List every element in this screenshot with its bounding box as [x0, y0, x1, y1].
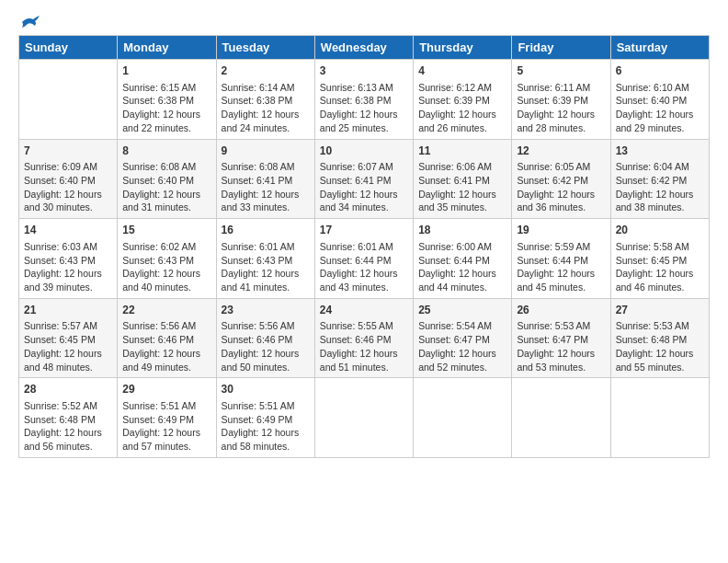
- day-info: Sunrise: 5:55 AM Sunset: 6:46 PM Dayligh…: [320, 319, 408, 373]
- calendar-cell: 21Sunrise: 5:57 AM Sunset: 6:45 PM Dayli…: [19, 298, 118, 378]
- day-info: Sunrise: 6:06 AM Sunset: 6:41 PM Dayligh…: [418, 160, 506, 214]
- day-info: Sunrise: 5:56 AM Sunset: 6:46 PM Dayligh…: [222, 319, 310, 373]
- calendar-cell: 5Sunrise: 6:11 AM Sunset: 6:39 PM Daylig…: [512, 60, 610, 140]
- day-number: 30: [222, 382, 310, 397]
- day-number: 27: [616, 303, 704, 318]
- logo-bird-icon: [20, 15, 40, 29]
- day-header-friday: Friday: [512, 36, 610, 60]
- day-info: Sunrise: 6:02 AM Sunset: 6:43 PM Dayligh…: [122, 240, 210, 294]
- day-number: 8: [122, 144, 210, 159]
- calendar-cell: 2Sunrise: 6:14 AM Sunset: 6:38 PM Daylig…: [216, 60, 314, 140]
- calendar-week-row: 7Sunrise: 6:09 AM Sunset: 6:40 PM Daylig…: [19, 139, 710, 219]
- calendar-week-row: 28Sunrise: 5:52 AM Sunset: 6:48 PM Dayli…: [19, 378, 710, 458]
- day-number: 5: [517, 63, 605, 79]
- day-number: 28: [24, 382, 112, 397]
- day-info: Sunrise: 6:10 AM Sunset: 6:40 PM Dayligh…: [616, 81, 704, 135]
- calendar-cell: 11Sunrise: 6:06 AM Sunset: 6:41 PM Dayli…: [414, 139, 512, 219]
- calendar-cell: 18Sunrise: 6:00 AM Sunset: 6:44 PM Dayli…: [414, 219, 512, 299]
- page-container: SundayMondayTuesdayWednesdayThursdayFrid…: [0, 0, 728, 467]
- calendar-week-row: 14Sunrise: 6:03 AM Sunset: 6:43 PM Dayli…: [19, 219, 710, 299]
- day-number: 7: [24, 144, 112, 159]
- day-info: Sunrise: 5:52 AM Sunset: 6:48 PM Dayligh…: [24, 399, 112, 454]
- day-info: Sunrise: 6:04 AM Sunset: 6:42 PM Dayligh…: [616, 160, 704, 214]
- day-info: Sunrise: 5:53 AM Sunset: 6:48 PM Dayligh…: [616, 319, 704, 373]
- day-number: 19: [517, 223, 605, 238]
- day-header-wednesday: Wednesday: [314, 36, 413, 60]
- day-info: Sunrise: 6:01 AM Sunset: 6:43 PM Dayligh…: [222, 240, 310, 294]
- day-info: Sunrise: 5:51 AM Sunset: 6:49 PM Dayligh…: [222, 399, 310, 454]
- day-info: Sunrise: 6:13 AM Sunset: 6:38 PM Dayligh…: [320, 81, 408, 135]
- day-number: 11: [418, 144, 506, 159]
- calendar-cell: 4Sunrise: 6:12 AM Sunset: 6:39 PM Daylig…: [414, 60, 512, 140]
- day-header-saturday: Saturday: [610, 36, 709, 60]
- day-number: 13: [616, 144, 704, 159]
- day-info: Sunrise: 5:54 AM Sunset: 6:47 PM Dayligh…: [418, 319, 506, 373]
- day-info: Sunrise: 6:08 AM Sunset: 6:41 PM Dayligh…: [222, 160, 310, 214]
- day-info: Sunrise: 5:57 AM Sunset: 6:45 PM Dayligh…: [24, 319, 112, 373]
- calendar-cell: 8Sunrise: 6:08 AM Sunset: 6:40 PM Daylig…: [118, 139, 216, 219]
- calendar-cell: [610, 378, 709, 458]
- calendar-cell: 15Sunrise: 6:02 AM Sunset: 6:43 PM Dayli…: [118, 219, 216, 299]
- calendar-cell: 30Sunrise: 5:51 AM Sunset: 6:49 PM Dayli…: [216, 378, 314, 458]
- calendar-cell: 10Sunrise: 6:07 AM Sunset: 6:41 PM Dayli…: [314, 139, 413, 219]
- day-info: Sunrise: 6:03 AM Sunset: 6:43 PM Dayligh…: [24, 240, 112, 294]
- calendar-week-row: 1Sunrise: 6:15 AM Sunset: 6:38 PM Daylig…: [19, 60, 710, 140]
- calendar-cell: 27Sunrise: 5:53 AM Sunset: 6:48 PM Dayli…: [610, 298, 709, 378]
- calendar-cell: 23Sunrise: 5:56 AM Sunset: 6:46 PM Dayli…: [216, 298, 314, 378]
- calendar-cell: 20Sunrise: 5:58 AM Sunset: 6:45 PM Dayli…: [610, 219, 709, 299]
- day-number: 2: [222, 63, 310, 79]
- calendar-cell: 12Sunrise: 6:05 AM Sunset: 6:42 PM Dayli…: [512, 139, 610, 219]
- day-header-thursday: Thursday: [414, 36, 512, 60]
- day-number: 15: [122, 223, 210, 238]
- day-number: 9: [222, 144, 310, 159]
- day-number: 23: [222, 303, 310, 318]
- calendar-cell: 24Sunrise: 5:55 AM Sunset: 6:46 PM Dayli…: [314, 298, 413, 378]
- calendar-cell: 16Sunrise: 6:01 AM Sunset: 6:43 PM Dayli…: [216, 219, 314, 299]
- page-header: [18, 15, 710, 29]
- calendar-cell: 13Sunrise: 6:04 AM Sunset: 6:42 PM Dayli…: [610, 139, 709, 219]
- day-number: 14: [24, 223, 112, 238]
- day-number: 22: [122, 303, 210, 318]
- day-number: 25: [418, 303, 506, 318]
- day-number: 16: [222, 223, 310, 238]
- day-info: Sunrise: 6:12 AM Sunset: 6:39 PM Dayligh…: [418, 81, 506, 135]
- day-info: Sunrise: 5:53 AM Sunset: 6:47 PM Dayligh…: [517, 319, 605, 373]
- calendar-cell: 28Sunrise: 5:52 AM Sunset: 6:48 PM Dayli…: [19, 378, 118, 458]
- calendar-cell: 1Sunrise: 6:15 AM Sunset: 6:38 PM Daylig…: [118, 60, 216, 140]
- calendar-cell: 19Sunrise: 5:59 AM Sunset: 6:44 PM Dayli…: [512, 219, 610, 299]
- day-info: Sunrise: 6:01 AM Sunset: 6:44 PM Dayligh…: [320, 240, 408, 294]
- day-number: 1: [122, 63, 210, 79]
- day-number: 29: [122, 382, 210, 397]
- calendar-cell: 25Sunrise: 5:54 AM Sunset: 6:47 PM Dayli…: [414, 298, 512, 378]
- calendar-cell: 9Sunrise: 6:08 AM Sunset: 6:41 PM Daylig…: [216, 139, 314, 219]
- calendar-cell: [414, 378, 512, 458]
- calendar-cell: 3Sunrise: 6:13 AM Sunset: 6:38 PM Daylig…: [314, 60, 413, 140]
- day-number: 17: [320, 223, 408, 238]
- day-number: 24: [320, 303, 408, 318]
- day-number: 10: [320, 144, 408, 159]
- calendar-table: SundayMondayTuesdayWednesdayThursdayFrid…: [18, 35, 710, 458]
- day-number: 26: [517, 303, 605, 318]
- calendar-cell: [512, 378, 610, 458]
- day-info: Sunrise: 6:15 AM Sunset: 6:38 PM Dayligh…: [122, 81, 210, 135]
- day-number: 3: [320, 63, 408, 79]
- day-info: Sunrise: 6:00 AM Sunset: 6:44 PM Dayligh…: [418, 240, 506, 294]
- day-info: Sunrise: 6:11 AM Sunset: 6:39 PM Dayligh…: [517, 81, 605, 135]
- day-info: Sunrise: 6:07 AM Sunset: 6:41 PM Dayligh…: [320, 160, 408, 214]
- calendar-cell: [314, 378, 413, 458]
- day-info: Sunrise: 5:59 AM Sunset: 6:44 PM Dayligh…: [517, 240, 605, 294]
- logo: [18, 15, 40, 29]
- day-info: Sunrise: 5:58 AM Sunset: 6:45 PM Dayligh…: [616, 240, 704, 294]
- day-header-tuesday: Tuesday: [216, 36, 314, 60]
- day-header-sunday: Sunday: [19, 36, 118, 60]
- day-number: 18: [418, 223, 506, 238]
- day-number: 20: [616, 223, 704, 238]
- calendar-cell: [19, 60, 118, 140]
- calendar-cell: 22Sunrise: 5:56 AM Sunset: 6:46 PM Dayli…: [118, 298, 216, 378]
- calendar-week-row: 21Sunrise: 5:57 AM Sunset: 6:45 PM Dayli…: [19, 298, 710, 378]
- day-info: Sunrise: 5:51 AM Sunset: 6:49 PM Dayligh…: [122, 399, 210, 454]
- day-info: Sunrise: 6:14 AM Sunset: 6:38 PM Dayligh…: [222, 81, 310, 135]
- day-info: Sunrise: 6:05 AM Sunset: 6:42 PM Dayligh…: [517, 160, 605, 214]
- calendar-cell: 7Sunrise: 6:09 AM Sunset: 6:40 PM Daylig…: [19, 139, 118, 219]
- calendar-cell: 26Sunrise: 5:53 AM Sunset: 6:47 PM Dayli…: [512, 298, 610, 378]
